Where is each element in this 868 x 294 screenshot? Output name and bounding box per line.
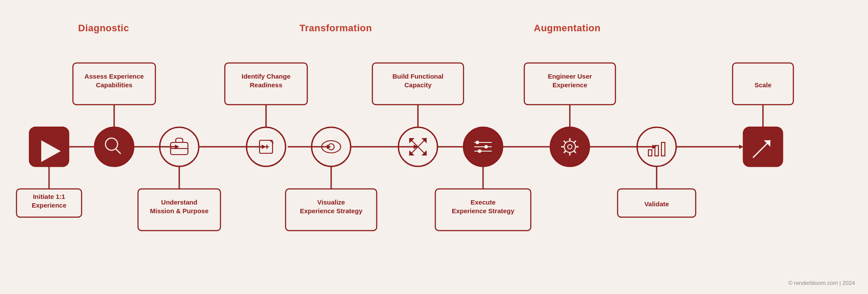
svg-text:Experience Strategy: Experience Strategy (300, 207, 363, 215)
svg-text:Scale: Scale (754, 81, 771, 89)
svg-point-68 (476, 141, 479, 144)
main-container: Diagnostic Transformation Augmentation (0, 0, 868, 294)
copyright: © renderbloom.com | 2024 (788, 280, 855, 286)
svg-point-24 (95, 127, 134, 166)
svg-text:Assess Experience: Assess Experience (85, 73, 144, 80)
svg-text:Capabilities: Capabilities (96, 81, 132, 89)
svg-point-70 (478, 149, 481, 153)
svg-text:Mission & Purpose: Mission & Purpose (150, 207, 208, 215)
svg-text:Capacity: Capacity (404, 81, 432, 89)
svg-text:Execute: Execute (470, 198, 496, 206)
svg-text:Initiate 1:1: Initiate 1:1 (33, 193, 65, 200)
svg-text:Build Functional: Build Functional (392, 73, 444, 80)
svg-point-75 (550, 127, 589, 166)
svg-text:Experience: Experience (552, 81, 587, 89)
svg-text:Visualize: Visualize (317, 198, 345, 206)
svg-text:Readiness: Readiness (250, 81, 282, 89)
svg-rect-93 (661, 142, 665, 156)
svg-text:Identify Change: Identify Change (242, 73, 291, 80)
svg-text:Experience Strategy: Experience Strategy (452, 207, 515, 215)
svg-rect-91 (648, 150, 652, 156)
flow-diagram: Initiate 1:1 Experience Assess Experienc… (0, 0, 868, 294)
svg-text:Validate: Validate (644, 200, 669, 208)
svg-point-69 (484, 145, 488, 149)
svg-text:Understand: Understand (161, 198, 197, 206)
svg-text:Engineer User: Engineer User (548, 73, 592, 80)
svg-text:Experience: Experience (32, 202, 66, 209)
